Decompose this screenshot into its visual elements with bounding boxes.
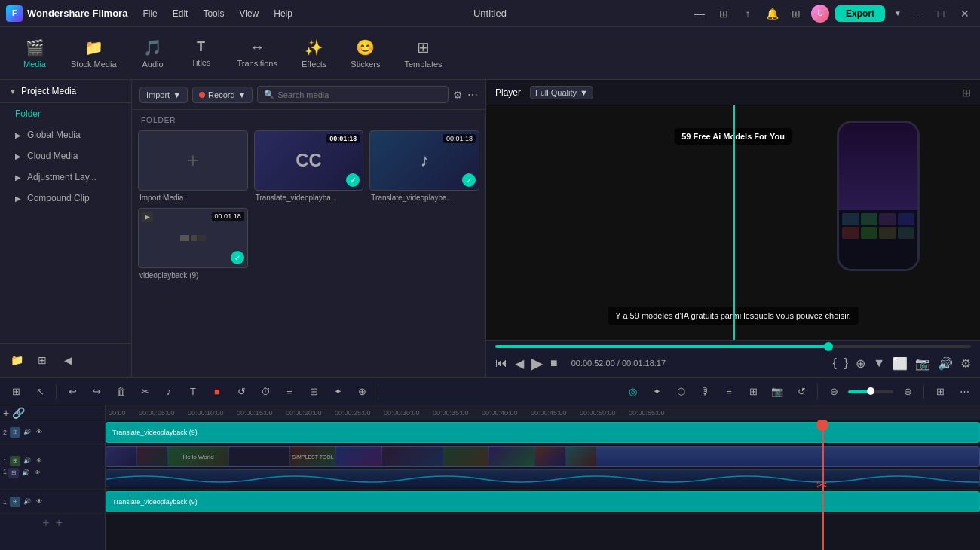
sidebar-collapse-btn[interactable]: ◀ [57, 350, 78, 371]
media-item-vid2[interactable]: ♪ 00:01:18 ✓ Translate_videoplayba... [369, 130, 479, 202]
menu-help[interactable]: Help [271, 7, 296, 20]
window-close-button[interactable]: ✕ [956, 5, 974, 23]
sidebar-new-folder-btn[interactable]: ⊞ [32, 350, 53, 371]
toolbar-audio[interactable]: 🎵 Audio [130, 34, 176, 73]
minimize-icon[interactable]: — [691, 5, 709, 23]
quality-select[interactable]: Full Quality ▼ [530, 86, 593, 99]
tl-zoom-in-btn[interactable]: ⊕ [898, 382, 917, 402]
track3-mute-btn[interactable]: 🔊 [22, 497, 32, 507]
tl-shield-btn[interactable]: ⬡ [671, 382, 691, 402]
import-button[interactable]: Import ▼ [139, 87, 188, 103]
search-input[interactable] [277, 90, 442, 99]
tl-layout-btn[interactable]: ⊞ [930, 382, 950, 402]
toolbar-media[interactable]: 🎬 Media [12, 34, 57, 73]
toolbar-templates[interactable]: ⊞ Templates [394, 34, 452, 73]
sidebar-item-folder[interactable]: Folder [0, 103, 131, 124]
fullscreen-icon[interactable]: ⬜ [893, 356, 908, 371]
save-cloud-icon[interactable]: ⊞ [715, 5, 733, 23]
frame-back-button[interactable]: ◀ [515, 356, 524, 371]
media-item-import[interactable]: + Import Media [138, 130, 248, 202]
track2sub-icon-btn[interactable]: ⊞ [8, 468, 19, 478]
toolbar-stickers[interactable]: 😊 Stickers [340, 34, 390, 73]
menu-tools[interactable]: Tools [200, 7, 227, 20]
tl-copy-btn[interactable]: ⊕ [352, 382, 372, 402]
tl-delete-btn[interactable]: 🗑 [111, 382, 130, 402]
record-button[interactable]: Record ▼ [192, 87, 253, 103]
player-tab[interactable]: Player [495, 87, 521, 98]
sidebar-item-global-media[interactable]: ▶ Global Media [0, 124, 131, 145]
toolbar-titles[interactable]: T Titles [179, 35, 224, 72]
tl-clock-btn[interactable]: ⏱ [256, 382, 275, 402]
sidebar-add-folder-btn[interactable]: 📁 [6, 350, 27, 371]
track2-visible-btn[interactable]: 👁 [34, 456, 44, 466]
tl-merge-btn[interactable]: ⊞ [743, 382, 763, 402]
toolbar-transitions[interactable]: ↔ Transitions [227, 34, 288, 72]
window-maximize-button[interactable]: □ [932, 5, 950, 23]
tl-caption-btn[interactable]: ≡ [719, 382, 739, 402]
volume-icon[interactable]: 🔊 [938, 356, 953, 371]
add-track-icon[interactable]: + [3, 407, 9, 419]
progress-bar[interactable] [495, 345, 971, 348]
tl-more-btn[interactable]: ⋯ [954, 382, 974, 402]
player-settings-icon[interactable]: ⊞ [962, 87, 971, 99]
tl-pointer-btn[interactable]: ↖ [30, 382, 50, 402]
user-avatar[interactable]: U [811, 5, 829, 23]
tl-color-btn[interactable]: ✦ [647, 382, 666, 402]
track2-icon-btn[interactable]: ⊞ [10, 456, 20, 466]
track1-icon-btn[interactable]: ⊞ [10, 427, 20, 438]
tl-loop-btn[interactable]: ↺ [792, 382, 811, 402]
share-icon[interactable]: ↑ [739, 5, 757, 23]
tl-effect-btn[interactable]: ✦ [328, 382, 348, 402]
track1-mute-btn[interactable]: 🔊 [22, 427, 32, 438]
track1-visible-btn[interactable]: 👁 [34, 427, 44, 438]
tl-audio-btn[interactable]: ♪ [159, 382, 179, 402]
clip-audio-wave[interactable] [106, 469, 980, 487]
track2sub-mute-btn[interactable]: 🔊 [20, 468, 31, 478]
sidebar-item-cloud-media[interactable]: ▶ Cloud Media [0, 145, 131, 167]
track3-icon-btn[interactable]: ⊞ [10, 497, 20, 507]
add-track-btn2[interactable]: + [56, 516, 63, 530]
tl-audio-mix-btn[interactable]: ≡ [280, 382, 299, 402]
progress-thumb[interactable] [824, 342, 833, 351]
link-track-icon[interactable]: 🔗 [12, 407, 25, 419]
media-item-vid3[interactable]: ▶ 00:01:18 ✓ videoplayback (9) [138, 208, 248, 280]
window-minimize-button[interactable]: ─ [908, 5, 926, 23]
import-dropdown-icon[interactable]: ▼ [173, 90, 181, 99]
settings-ctrl-icon[interactable]: ⚙ [960, 356, 971, 371]
menu-view[interactable]: View [236, 7, 262, 20]
tl-redo-btn[interactable]: ↪ [87, 382, 106, 402]
snapshot-icon[interactable]: 📷 [915, 356, 930, 371]
zoom-slider[interactable] [848, 390, 893, 393]
toolbar-stock-media[interactable]: 📁 Stock Media [60, 34, 127, 73]
sidebar-item-compound-clip[interactable]: ▶ Compound Clip [0, 188, 131, 209]
tl-snapshot-tl-btn[interactable]: 📷 [767, 382, 787, 402]
tl-mark-btn[interactable]: ■ [207, 382, 227, 402]
tl-mic-btn[interactable]: 🎙 [695, 382, 715, 402]
mark-out-button[interactable]: } [844, 356, 848, 371]
skip-back-button[interactable]: ⏮ [495, 356, 507, 370]
tl-zoom-out-btn[interactable]: ⊖ [824, 382, 844, 402]
track2sub-visible-btn[interactable]: 👁 [32, 468, 43, 478]
clip-subtitle[interactable]: Translate_videoplayback (9) [106, 422, 980, 443]
toolbar-effects[interactable]: ✨ Effects [291, 34, 337, 73]
tl-rotate-btn[interactable]: ↺ [231, 382, 251, 402]
add-track-btn[interactable]: + [42, 516, 49, 530]
tl-text-btn[interactable]: T [183, 382, 203, 402]
tl-split-btn[interactable]: ⊞ [304, 382, 323, 402]
notification-icon[interactable]: 🔔 [763, 5, 781, 23]
tl-cut-btn[interactable]: ✂ [135, 382, 155, 402]
play-button[interactable]: ▶ [531, 354, 543, 372]
filter-icon[interactable]: ⚙ [453, 89, 463, 101]
sidebar-expand-icon[interactable]: ▼ [9, 87, 17, 96]
menu-edit[interactable]: Edit [170, 7, 191, 20]
dropdown-ctrl-icon[interactable]: ▼ [873, 356, 885, 371]
clip-subtitle2[interactable]: Translate_videoplayback (9) [106, 491, 980, 512]
stop-button[interactable]: ■ [550, 356, 558, 370]
track2-mute-btn[interactable]: 🔊 [22, 456, 32, 466]
more-options-icon[interactable]: ⋯ [467, 89, 478, 101]
menu-file[interactable]: File [139, 7, 160, 20]
tl-undo-btn[interactable]: ↩ [63, 382, 82, 402]
tl-color-wheel-btn[interactable]: ◎ [623, 382, 642, 402]
clip-to-timeline-icon[interactable]: ⊕ [856, 356, 865, 371]
sidebar-item-adjustment-layer[interactable]: ▶ Adjustment Lay... [0, 167, 131, 188]
